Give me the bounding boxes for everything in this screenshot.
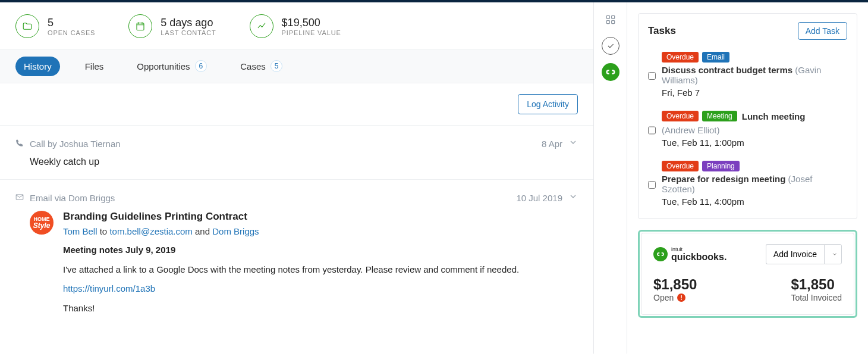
overdue-badge: Overdue (662, 161, 699, 171)
quickbooks-icon (653, 247, 668, 261)
add-invoice-dropdown[interactable] (824, 244, 842, 264)
task-title: Lunch meeting (742, 111, 806, 121)
email-from-name[interactable]: Tom Bell (63, 226, 98, 236)
overdue-badge: Overdue (662, 111, 699, 121)
folder-icon (15, 14, 39, 38)
task-title: Discuss contract budget terms (662, 65, 792, 75)
task-checkbox[interactable] (648, 113, 656, 148)
metric-total: $1,850 Total Invoiced (791, 276, 842, 302)
email-body-link[interactable]: https://tinyurl.com/1a3b (63, 283, 155, 293)
quickbooks-logo: intuit quickbooks. (653, 247, 727, 262)
task-item: Overdue Planning Prepare for redesign me… (648, 156, 847, 215)
stat-value: $19,500 (282, 17, 341, 29)
task-date: Tue, Feb 11, 4:00pm (662, 196, 847, 207)
task-checkbox[interactable] (648, 54, 656, 98)
check-circle-icon[interactable] (602, 37, 619, 55)
svg-rect-3 (606, 21, 609, 24)
entry-date: 8 Apr (542, 139, 562, 149)
email-notes-heading: Meeting notes July 9, 2019 (63, 243, 578, 257)
overdue-badge: Overdue (662, 52, 699, 63)
task-checkbox[interactable] (648, 163, 656, 207)
tab-count: 5 (271, 60, 283, 72)
side-rail (594, 2, 627, 354)
metric-label: Open (653, 293, 674, 302)
chevron-down-icon[interactable] (568, 138, 578, 149)
task-title: Prepare for redesign meeting (662, 174, 785, 184)
apps-grid-icon[interactable] (602, 11, 619, 29)
metric-open: $1,850 Open ! (653, 276, 697, 302)
add-task-button[interactable]: Add Task (798, 22, 847, 40)
quickbooks-icon[interactable] (602, 63, 619, 81)
entry-meta: Call by Joshua Tiernan (30, 139, 121, 149)
chevron-down-icon[interactable] (568, 192, 578, 204)
and-word: and (195, 226, 210, 236)
email-to-address[interactable]: tom.bell@zestia.com (109, 226, 192, 236)
email-subject: Branding Guidelines Printing Contract (63, 211, 578, 223)
calendar-icon (128, 14, 152, 38)
task-item: Overdue Email Discuss contract budget te… (648, 47, 847, 106)
metric-amount: $1,850 (791, 276, 842, 293)
tasks-panel: Tasks Add Task Overdue Email Discuss con… (638, 13, 857, 219)
add-invoice-button[interactable]: Add Invoice (766, 244, 824, 264)
meeting-badge: Meeting (702, 111, 737, 121)
entry-subject: Weekly catch up (30, 157, 578, 167)
phone-icon (15, 139, 24, 149)
tab-count: 6 (195, 60, 207, 72)
history-entry-email: Email via Dom Briggs 10 Jul 2019 HOME St… (0, 179, 593, 333)
stats-row: 5 OPEN CASES 5 days ago LAST CONTACT $ (0, 2, 593, 49)
stat-label: OPEN CASES (48, 29, 95, 36)
entry-date: 10 Jul 2019 (516, 193, 562, 203)
avatar: HOME Style (30, 211, 54, 235)
stat-value: 5 days ago (161, 17, 216, 29)
stat-pipeline-value: $19,500 PIPELINE VALUE (250, 14, 341, 38)
metric-label: Total Invoiced (791, 293, 842, 302)
main-column: 5 OPEN CASES 5 days ago LAST CONTACT $ (0, 2, 594, 354)
email-from-line: Tom Bell to tom.bell@zestia.com and Dom … (63, 226, 578, 236)
to-word: to (100, 226, 108, 236)
tab-files[interactable]: Files (77, 57, 112, 76)
add-invoice-split-button: Add Invoice (766, 244, 842, 264)
email-body-line: I've attached a link to a Google Docs wi… (63, 263, 578, 277)
alert-icon: ! (677, 293, 685, 302)
brand-big: quickbooks. (671, 252, 727, 262)
task-date: Tue, Feb 11, 1:00pm (662, 138, 847, 148)
tab-history[interactable]: History (15, 57, 60, 76)
task-item: Overdue Meeting Lunch meeting (Andrew El… (648, 106, 847, 156)
history-entry-call: Call by Joshua Tiernan 8 Apr Weekly catc… (0, 125, 593, 179)
tab-bar: History Files Opportunities 6 Cases 5 (0, 49, 593, 83)
svg-rect-0 (137, 23, 144, 30)
tab-label: Cases (240, 61, 266, 71)
stat-value: 5 (48, 17, 95, 29)
entry-meta: Email via Dom Briggs (30, 193, 115, 203)
email-badge: Email (702, 52, 729, 63)
email-cc-name[interactable]: Dom Briggs (212, 226, 259, 236)
tab-cases[interactable]: Cases 5 (232, 55, 291, 77)
stat-label: PIPELINE VALUE (282, 29, 341, 36)
svg-rect-1 (606, 15, 609, 18)
activity-toolbar: Log Activity (0, 83, 593, 125)
email-body-line: Thanks! (63, 302, 578, 316)
svg-rect-4 (611, 21, 614, 24)
mail-icon (15, 193, 24, 203)
planning-badge: Planning (702, 161, 740, 171)
stat-label: LAST CONTACT (161, 29, 216, 36)
trend-icon (250, 14, 273, 38)
svg-rect-2 (611, 15, 614, 18)
tab-opportunities[interactable]: Opportunities 6 (128, 55, 215, 77)
tab-label: Opportunities (137, 61, 190, 71)
metric-amount: $1,850 (653, 276, 697, 293)
stat-open-cases: 5 OPEN CASES (15, 14, 95, 38)
quickbooks-card: intuit quickbooks. Add Invoice $1,850 (638, 230, 857, 318)
avatar-text-bottom: Style (33, 222, 51, 229)
sidebar: Tasks Add Task Overdue Email Discuss con… (627, 2, 868, 354)
stat-last-contact: 5 days ago LAST CONTACT (128, 14, 216, 38)
task-assignee: (Andrew Elliot) (662, 125, 720, 135)
log-activity-button[interactable]: Log Activity (518, 94, 578, 114)
tasks-title: Tasks (648, 25, 676, 37)
task-date: Fri, Feb 7 (662, 88, 847, 98)
